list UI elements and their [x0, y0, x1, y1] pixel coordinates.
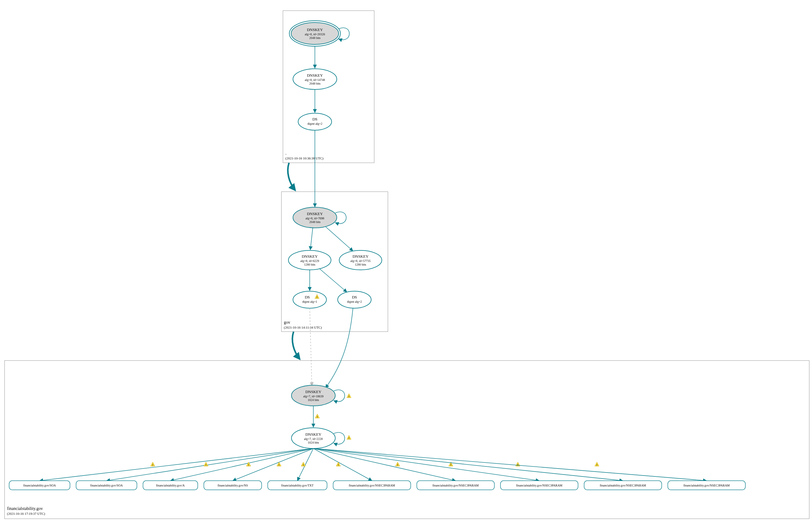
zone-gov: gov (2021-10-16 14:11:04 UTC) DNSKEY alg…: [281, 130, 388, 332]
node-root-ksk[interactable]: DNSKEY alg=8, id=20326 2048 bits: [289, 21, 340, 46]
svg-text:!: !: [206, 463, 206, 467]
rrset-row: !financialstability.gov/SOA!financialsta…: [9, 448, 745, 490]
rrset-label: financialstability.gov/NSEC3PARAM: [600, 484, 646, 487]
edge-fs-zsk-rrset: [313, 448, 707, 481]
svg-text:!: !: [349, 436, 350, 440]
svg-text:DNSKEY: DNSKEY: [307, 73, 323, 77]
svg-text:!: !: [397, 463, 398, 467]
node-root-zsk[interactable]: DNSKEY alg=8, id=14748 2048 bits: [293, 69, 337, 89]
svg-text:digest alg=2: digest alg=2: [307, 122, 322, 125]
edge-gov-ds2-fs-ksk: [325, 308, 353, 388]
warning-icon: !: [150, 462, 155, 467]
svg-text:alg=7, id=18639: alg=7, id=18639: [303, 395, 323, 398]
warning-icon: !: [516, 462, 520, 467]
edge-gov-ksk-zsk1: [310, 228, 313, 250]
svg-text:DS: DS: [313, 117, 318, 121]
rrset-label: financialstability.gov/NSEC3PARAM: [432, 484, 479, 487]
zone-root-timestamp: (2021-10-16 10:36:38 UTC): [285, 156, 324, 160]
zone-root: . (2021-10-16 10:36:38 UTC) DNSKEY alg=8…: [283, 11, 374, 163]
svg-text:DNSKEY: DNSKEY: [353, 254, 369, 259]
edge-fs-zsk-rrset: [313, 448, 539, 481]
svg-text:DNSKEY: DNSKEY: [307, 212, 323, 216]
rrset-label: financialstability.gov/SOA: [90, 484, 123, 487]
svg-text:alg=8, id=57735: alg=8, id=57735: [350, 259, 371, 262]
warning-icon: !: [595, 462, 599, 467]
edge-gov-ksk-zsk2: [325, 227, 353, 251]
edge-fs-zsk-rrset: [40, 448, 313, 481]
node-gov-zsk2[interactable]: DNSKEY alg=8, id=57735 1280 bits: [339, 250, 382, 270]
svg-text:alg=8, id=6229: alg=8, id=6229: [300, 259, 319, 262]
svg-text:1280 bits: 1280 bits: [355, 263, 366, 266]
rrset-label: financialstability.gov/NSEC3PARAM: [516, 484, 562, 487]
node-gov-zsk1[interactable]: DNSKEY alg=8, id=6229 1280 bits: [288, 250, 331, 270]
rrset-label: financialstability.gov/NSEC3PARAM: [683, 484, 729, 487]
svg-text:digest alg=1: digest alg=1: [302, 300, 317, 303]
zone-fs-timestamp: (2021-10-16 17:19:37 UTC): [7, 512, 45, 516]
svg-text:DNSKEY: DNSKEY: [305, 432, 322, 436]
warning-icon: !: [347, 435, 351, 440]
svg-text:DNSKEY: DNSKEY: [305, 389, 322, 394]
edge-fs-zsk-rrset: [106, 448, 313, 481]
zone-gov-label: gov: [284, 320, 290, 325]
svg-text:DS: DS: [305, 295, 310, 299]
zone-gov-timestamp: (2021-10-16 14:11:04 UTC): [284, 326, 322, 329]
svg-point-31: [338, 291, 371, 308]
edge-gov-zsk1-ds2: [319, 269, 347, 292]
svg-text:!: !: [248, 463, 249, 467]
node-gov-ds1[interactable]: DS digest alg=1 !: [293, 291, 327, 308]
node-fs-ksk[interactable]: DNSKEY alg=7, id=18639 1024 bits: [291, 385, 335, 406]
svg-text:!: !: [153, 463, 153, 467]
dnssec-diagram: . (2021-10-16 10:36:38 UTC) DNSKEY alg=8…: [0, 0, 812, 530]
svg-text:alg=8, id=20326: alg=8, id=20326: [305, 32, 325, 36]
svg-text:!: !: [338, 463, 339, 467]
svg-text:DNSKEY: DNSKEY: [302, 254, 318, 259]
svg-text:!: !: [597, 463, 597, 467]
edge-zone-gov-fs: [292, 332, 300, 359]
rrset-label: financialstability.gov/A: [156, 484, 185, 487]
warning-icon: !: [204, 462, 208, 467]
svg-text:!: !: [451, 463, 451, 467]
svg-point-10: [298, 113, 332, 130]
edge-fs-zsk-rrset: [313, 448, 456, 481]
rrset-label: financialstability.gov/TXT: [281, 484, 313, 487]
node-gov-ds2[interactable]: DS digest alg=2: [338, 291, 371, 308]
rrset-label: financialstability.gov/SOA: [24, 484, 56, 487]
node-root-ds[interactable]: DS digest alg=2: [298, 113, 332, 130]
svg-text:2048 bits: 2048 bits: [309, 220, 321, 224]
node-gov-ksk[interactable]: DNSKEY alg=8, id=7698 2048 bits: [293, 207, 337, 228]
svg-text:1280 bits: 1280 bits: [304, 263, 316, 266]
svg-text:2048 bits: 2048 bits: [309, 82, 321, 85]
svg-point-26: [293, 291, 327, 308]
warning-icon: !: [315, 414, 319, 418]
edge-gov-ds1-fs-ksk: [310, 308, 312, 386]
svg-text:2048 bits: 2048 bits: [309, 36, 321, 40]
svg-text:DS: DS: [352, 295, 357, 299]
warning-icon: !: [395, 462, 400, 467]
rrset-label: financialstability.gov/NS: [218, 484, 248, 487]
svg-text:!: !: [303, 463, 304, 467]
rrset-label: financialstability.gov/NSEC3PARAM: [349, 484, 395, 487]
svg-text:alg=7, id=2228: alg=7, id=2228: [304, 437, 322, 441]
svg-text:!: !: [349, 395, 350, 398]
edge-fs-zsk-rrset: [298, 448, 314, 481]
warning-icon: !: [347, 394, 351, 398]
node-fs-zsk[interactable]: DNSKEY alg=7, id=2228 1024 bits: [291, 428, 335, 448]
svg-text:alg=8, id=14748: alg=8, id=14748: [305, 78, 325, 82]
edge-fs-zsk-rrset: [170, 448, 313, 481]
svg-rect-34: [4, 360, 809, 519]
zone-root-label: .: [285, 151, 287, 156]
warning-icon: !: [301, 462, 305, 467]
svg-text:1024 bits: 1024 bits: [308, 398, 319, 402]
zone-fs-label: financialstability.gov: [7, 506, 43, 511]
edge-fs-zsk-rrset: [313, 448, 623, 481]
svg-text:!: !: [317, 415, 318, 418]
edge-zone-root-gov: [288, 163, 295, 190]
svg-text:!: !: [518, 463, 518, 467]
zone-fs: financialstability.gov (2021-10-16 17:19…: [4, 308, 809, 519]
svg-text:alg=8, id=7698: alg=8, id=7698: [305, 217, 324, 220]
svg-text:DNSKEY: DNSKEY: [307, 27, 323, 32]
svg-text:!: !: [279, 463, 279, 467]
edge-fs-zsk-rrset: [313, 448, 372, 481]
svg-text:1024 bits: 1024 bits: [308, 441, 319, 444]
svg-text:!: !: [317, 296, 318, 299]
